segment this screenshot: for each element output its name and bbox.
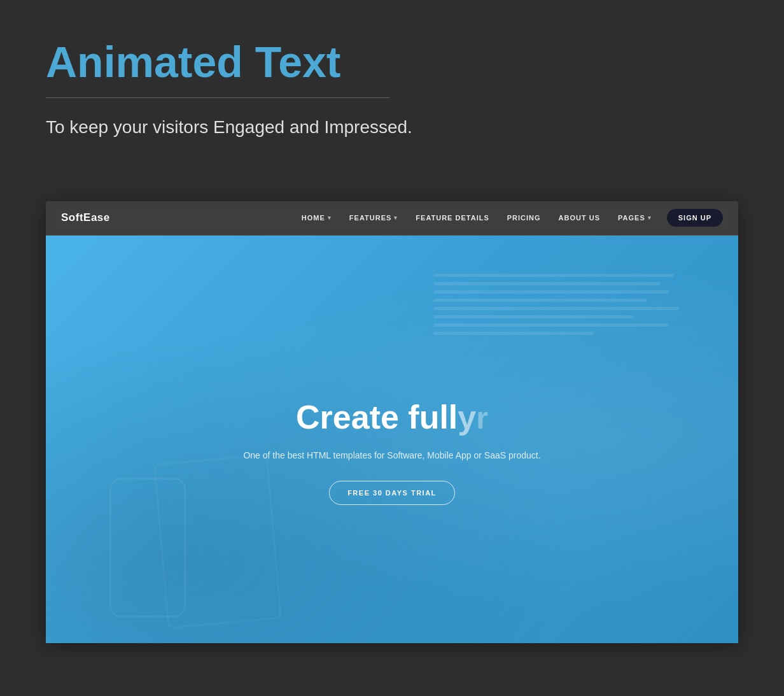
title-divider	[46, 97, 389, 98]
signup-button[interactable]: SIGN UP	[667, 209, 723, 227]
nav-feature-details[interactable]: FEATURE DETAILS	[408, 210, 496, 225]
cta-button[interactable]: FREE 30 DAYS TRIAL	[329, 481, 455, 505]
nav-links: HOME ▾ FEATURES ▾ FEATURE DETAILS PRICIN…	[294, 209, 723, 227]
hero-content: Create full y r One of the best HTML tem…	[230, 399, 553, 505]
hero-headline-animated-2: r	[476, 402, 488, 436]
brand-logo: SoftEase	[61, 211, 110, 224]
nav-about[interactable]: ABOUT US	[551, 210, 608, 225]
nav-pricing[interactable]: PRICING	[500, 210, 549, 225]
home-caret: ▾	[328, 215, 332, 221]
hero-subtext: One of the best HTML templates for Softw…	[243, 448, 540, 462]
pages-caret: ▾	[648, 215, 652, 221]
nav-home[interactable]: HOME ▾	[294, 210, 339, 225]
hero-headline-main: Create full	[296, 399, 458, 436]
features-caret: ▾	[394, 215, 398, 221]
nav-features[interactable]: FEATURES ▾	[342, 210, 405, 225]
navbar: SoftEase HOME ▾ FEATURES ▾ FEATURE DETAI…	[46, 201, 738, 236]
website-preview: SoftEase HOME ▾ FEATURES ▾ FEATURE DETAI…	[46, 201, 738, 643]
page-title: Animated Text	[46, 38, 738, 86]
hero-headline: Create full y r	[243, 399, 540, 436]
hero-headline-animated-1: y	[458, 399, 476, 436]
hero-section: Create full y r One of the best HTML tem…	[46, 236, 738, 643]
nav-pages[interactable]: PAGES ▾	[610, 210, 659, 225]
subtitle: To keep your visitors Engaged and Impres…	[46, 117, 738, 138]
top-section: Animated Text To keep your visitors Enga…	[0, 0, 784, 201]
